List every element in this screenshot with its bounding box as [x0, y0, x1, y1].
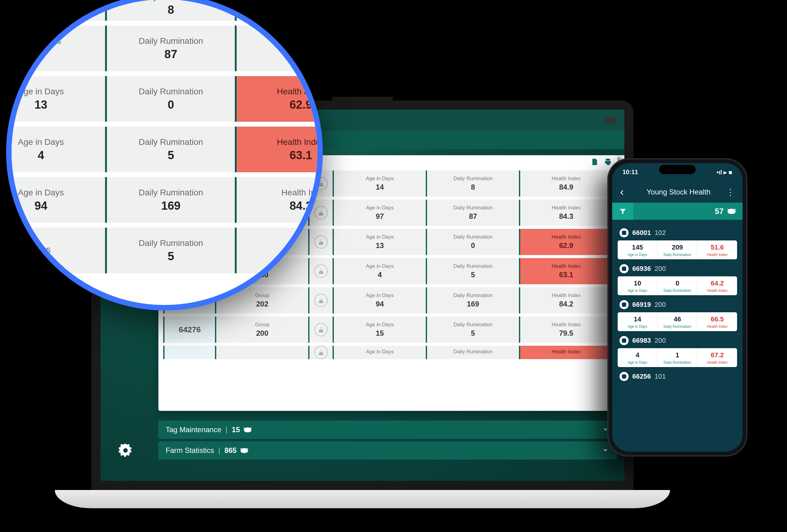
- animal-group: 101: [655, 373, 666, 380]
- age-col: 145Age in Days: [618, 240, 658, 259]
- farm-statistics-bar[interactable]: Farm Statistics | 865: [158, 441, 617, 460]
- phone-time: 10:11: [622, 169, 638, 176]
- rumination-cell: Daily Rumination0: [426, 229, 519, 255]
- phone-header: ‹ Young Stock Health ⋮: [612, 181, 743, 203]
- list-item-card[interactable]: 145Age in Days209Daily Rumination51.6Hea…: [618, 240, 737, 259]
- animal-group: 200: [655, 265, 666, 273]
- birthday-cell[interactable]: [308, 229, 333, 255]
- animal-group: 200: [655, 301, 666, 309]
- age-cell: Age in Days14: [333, 171, 426, 197]
- table-row[interactable]: Age in DaysDaily RuminationHealth Index: [163, 346, 612, 359]
- rumination-cell: Daily Rumination87: [426, 200, 519, 226]
- table-row[interactable]: 64276Group200Age in Days15Daily Ruminati…: [163, 316, 612, 343]
- rumination-cell: Daily Rumination5: [426, 258, 519, 284]
- phone-filter-bar: 57: [612, 203, 743, 220]
- page-title: Young Stock Health: [631, 188, 726, 196]
- rumination-cell: Daily Rumination8: [105, 0, 235, 21]
- bar-divider: |: [218, 446, 220, 455]
- tag-icon: [619, 336, 629, 345]
- export-button[interactable]: [590, 158, 599, 166]
- animal-id: 66001: [632, 229, 651, 237]
- age-cell: Age in Days4: [333, 258, 426, 284]
- bar-label: Tag Maintenance: [166, 425, 221, 434]
- list-item-card[interactable]: 4Age in Days1Daily Rumination67.2Health …: [618, 348, 737, 367]
- birthday-cell[interactable]: [308, 258, 333, 284]
- bar-divider: |: [226, 425, 228, 434]
- rumination-col: 1Daily Rumination: [658, 348, 698, 367]
- age-col: 14Age in Days: [618, 312, 658, 331]
- health-index-cell: Health Index84.9: [519, 171, 612, 197]
- table-row: Age in Days13Daily Rumination0Health Ind…: [6, 76, 323, 122]
- animal-id: 66919: [632, 301, 651, 309]
- tag-icon: [619, 300, 629, 309]
- animal-id-cell[interactable]: 64276: [163, 316, 215, 343]
- age-cell: Age in Days15: [333, 316, 426, 343]
- rumination-cell: Daily Rumination8: [426, 171, 519, 197]
- magnifier-content: Daily Rumination8ge in Days97Daily Rumin…: [6, 0, 323, 278]
- table-row: Daily Rumination8: [6, 0, 323, 21]
- rumination-cell: Daily Rumination5: [105, 127, 235, 172]
- birthday-cell[interactable]: [308, 346, 333, 359]
- phone-count: 57: [715, 207, 737, 216]
- birthday-cell[interactable]: [308, 287, 333, 313]
- health-index-cell: Health Index79.5: [519, 316, 612, 343]
- more-button[interactable]: ⋮: [726, 187, 735, 197]
- cow-icon: [727, 208, 737, 215]
- list-item-header[interactable]: 66983200: [618, 331, 737, 348]
- cow-icon: [240, 447, 249, 454]
- rumination-cell: Daily Rumination5: [105, 228, 235, 273]
- age-cell: Age in Days13: [333, 229, 426, 255]
- phone-device: 10:11 •ıl ▸ ■ ‹ Young Stock Health ⋮ 57 …: [607, 158, 747, 457]
- group-cell: Group200: [215, 316, 308, 343]
- tag-maintenance-bar[interactable]: Tag Maintenance | 15: [158, 421, 617, 439]
- magnifier-lens: Daily Rumination8ge in Days97Daily Rumin…: [6, 0, 323, 310]
- health-index-cell: Health Index63.1: [235, 127, 323, 172]
- list-item-header[interactable]: 66256101: [618, 367, 737, 384]
- health-index-cell: Health Index: [519, 346, 612, 359]
- health-index-cell: Health Index63.1: [519, 258, 612, 284]
- back-button[interactable]: ‹: [620, 186, 624, 198]
- health-index-cell: Health Ind84.3: [235, 26, 323, 71]
- phone-status-icons: •ıl ▸ ■: [717, 169, 732, 176]
- health-index-cell: [235, 0, 323, 21]
- list-item-card[interactable]: 10Age in Days0Daily Rumination64.2Health…: [618, 276, 737, 295]
- rumination-cell: Daily Rumination5: [426, 316, 519, 343]
- bar-count: 865: [225, 446, 237, 455]
- animal-id: 66983: [632, 337, 651, 345]
- list-item-card[interactable]: 14Age in Days46Daily Rumination66.5Healt…: [618, 312, 737, 331]
- settings-button[interactable]: [119, 444, 132, 457]
- health-index-cell: Health Index84.2: [519, 287, 612, 313]
- health-index-cell: Health Index62.9: [235, 76, 323, 122]
- age-cell: Age in Days94: [6, 177, 105, 223]
- birthday-cell[interactable]: [308, 316, 333, 343]
- rumination-cell: Daily Rumination: [426, 346, 519, 359]
- health-index-col: 51.6Health Index: [698, 240, 737, 259]
- laptop-notch: [332, 97, 393, 104]
- rumination-cell: Daily Rumination0: [105, 76, 235, 122]
- age-cell: Age in Days: [333, 346, 426, 359]
- tag-icon: [619, 228, 629, 237]
- count-value: 57: [715, 207, 724, 216]
- animal-id: 66936: [632, 265, 651, 273]
- health-index-col: 66.5Health Index: [698, 312, 737, 331]
- age-col: 4Age in Days: [618, 348, 658, 367]
- list-item-header[interactable]: 66936200: [618, 259, 737, 276]
- age-cell: Days: [6, 228, 105, 273]
- age-cell: Age in Days13: [6, 76, 105, 122]
- rumination-col: 46Daily Rumination: [658, 312, 698, 331]
- list-item-header[interactable]: 66919200: [618, 295, 737, 312]
- table-row: ge in Days97Daily Rumination87Health Ind…: [6, 26, 323, 71]
- phone-animal-list[interactable]: 66001102145Age in Days209Daily Ruminatio…: [612, 220, 743, 452]
- tag-icon: [243, 426, 252, 433]
- animal-id-cell[interactable]: [163, 346, 215, 359]
- list-item-header[interactable]: 66001102: [618, 223, 737, 240]
- cow-icon[interactable]: [604, 116, 617, 125]
- health-index-col: 67.2Health Index: [698, 348, 737, 367]
- laptop-base: [55, 490, 670, 508]
- age-col: 10Age in Days: [618, 276, 658, 295]
- rumination-cell: Daily Rumination87: [105, 26, 235, 71]
- age-cell: ge in Days97: [6, 26, 105, 71]
- filter-button[interactable]: [612, 203, 634, 220]
- table-row: Age in Days4Daily Rumination5Health Inde…: [6, 127, 323, 172]
- rumination-col: 209Daily Rumination: [658, 240, 698, 259]
